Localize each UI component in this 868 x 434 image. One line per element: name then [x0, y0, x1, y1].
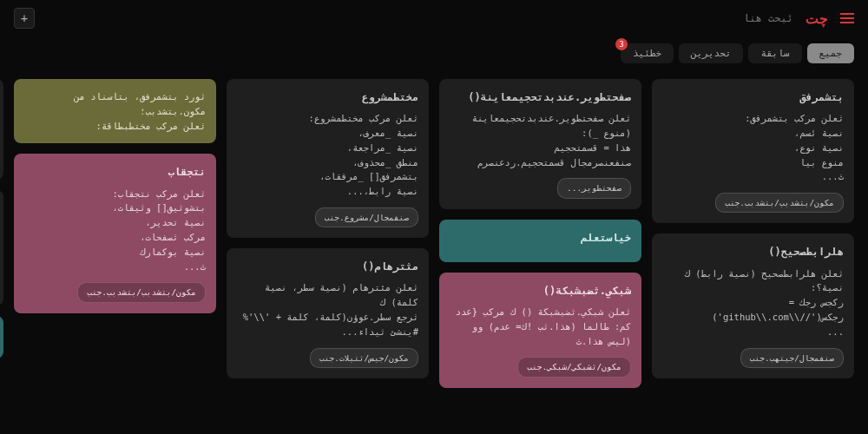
tab-0[interactable]: جميع [807, 43, 855, 63]
card-6[interactable]: مثترهام()ثعلن مثترهام (نصية سطر، نصية كل… [227, 248, 429, 378]
card-9[interactable]: جاويتويب.رككب()ثعلن جاويتويب.رككب () ك و… [0, 79, 3, 180]
card-1[interactable]: هلرابطصحيح()ثعلن هلرابطصحيح (نصية رابط) … [652, 233, 854, 378]
tabs: جميعسابقةتحديرينخطئيذ3 [0, 36, 868, 70]
card-body: ثورد بتشمرفق، بتاسناد من مكون.بتشدبب؛ ثع… [24, 89, 206, 133]
menu-icon[interactable] [840, 13, 854, 23]
card-path: مكون/ثشبكي/شبكي.جنب [517, 357, 631, 377]
badge: 3 [615, 38, 628, 50]
tab-3[interactable]: خطئيذ3 [621, 43, 674, 63]
card-body: ثعلن شبكي.ثضبشبكة () ك مركب {عدد كم: طال… [450, 305, 631, 348]
card-3[interactable]: خياستعلم [439, 220, 641, 262]
card-body: ثعلن مثترهام (نصية سطر، نصية كلمة) ك ثرج… [237, 280, 418, 339]
card-body: ثعلن مركب مختطمشروع: نصية _معرف، نصية _م… [237, 111, 418, 199]
card-title: خياستعلم [450, 230, 631, 247]
card-title: مثترهام() [237, 259, 418, 275]
card-10[interactable]: ثودعفارغ()ثعلن ثودعفارغ (نصية توكن، نصية… [0, 190, 3, 306]
tab-2[interactable]: تحديرين [679, 43, 743, 63]
card-path: مكون/جيس/ثتيلات.جنب [310, 348, 418, 368]
card-path: صفحتطوير... [557, 178, 631, 198]
card-0[interactable]: بتشمرفقثعلن مركب بتشمرفق: نصية ئسم، نصية… [652, 79, 854, 223]
card-title: نتجقاب [24, 164, 206, 181]
card-5[interactable]: مختطمشروعثعلن مركب مختطمشروع: نصية _معرف… [227, 79, 429, 238]
card-title: بتشمرفق [662, 89, 844, 106]
card-body: ثعلن مركب بتشمرفق: نصية ئسم، نصية نوع، م… [662, 111, 844, 184]
card-body: ثعلن صفحتطوير.عندبدتحجيمعاينة (منوع _): … [450, 111, 631, 169]
card-path: صنفمجال/جيتهب.جنب [740, 348, 844, 368]
card-body: ثعلن مركب نتجقاب: بتشوثيق[] وثيقات، نصية… [24, 187, 206, 274]
card-7[interactable]: ثورد بتشمرفق، بتاسناد من مكون.بتشدبب؛ ثع… [14, 79, 216, 143]
card-path: صنفمجال/مشروع.جنب [315, 207, 418, 227]
card-path: مكون/بتشدبب/بتشدبب.جنب [77, 282, 206, 302]
card-title: شبكي.ثضبشبكة() [450, 283, 631, 299]
add-button[interactable]: + [14, 8, 35, 29]
card-title: هلرابطصحيح() [662, 244, 844, 260]
card-title: مختطمشروع [237, 89, 418, 106]
card-grid: بتشمرفقثعلن مركب بتشمرفق: نصية ئسم، نصية… [0, 70, 868, 426]
card-8[interactable]: نتجقابثعلن مركب نتجقاب: بتشوثيق[] وثيقات… [14, 154, 216, 312]
tab-1[interactable]: سابقة [748, 43, 801, 63]
logo: چت [806, 10, 828, 27]
card-2[interactable]: صفحتطوير.عندبدتحجيمعاينة()ثعلن صفحتطوير.… [439, 79, 641, 209]
card-11[interactable]: مثهدنشر() [0, 316, 3, 358]
card-4[interactable]: شبكي.ثضبشبكة()ثعلن شبكي.ثضبشبكة () ك مرك… [439, 273, 641, 388]
card-title: صفحتطوير.عندبدتحجيمعاينة() [450, 89, 631, 106]
card-path: مكون/بتشدبب/بتشدبب.جنب [715, 193, 844, 213]
card-body: ثعلن هلرابطصحيح (نصية رابط) ك نصية؟: ركج… [662, 266, 844, 339]
search-input[interactable] [689, 12, 793, 24]
